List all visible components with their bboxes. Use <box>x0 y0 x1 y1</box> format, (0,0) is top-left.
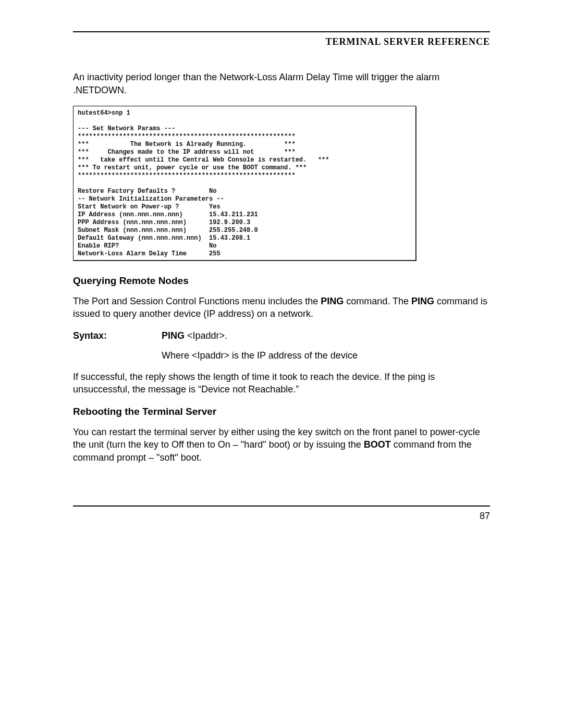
syntax-note: Where <Ipaddr> is the IP address of the … <box>162 349 490 362</box>
footer-rule <box>73 505 490 507</box>
syntax-row: Syntax: PING <Ipaddr>. <box>73 329 490 342</box>
page-number: 87 <box>73 510 490 522</box>
text: command. The <box>344 296 411 306</box>
querying-paragraph: The Port and Session Control Functions m… <box>73 295 490 320</box>
section-querying-title: Querying Remote Nodes <box>73 274 490 288</box>
terminal-screenshot: hutest64>snp 1 --- Set Network Params --… <box>73 106 416 261</box>
syntax-command: PING <box>162 330 185 341</box>
header-rule <box>73 31 490 32</box>
ping-keyword: PING <box>321 296 344 306</box>
intro-paragraph: An inactivity period longer than the Net… <box>73 71 490 96</box>
terminal-text: hutest64>snp 1 --- Set Network Params --… <box>78 109 411 258</box>
reboot-paragraph: You can restart the terminal server by e… <box>73 426 490 464</box>
syntax-label: Syntax: <box>73 329 162 342</box>
syntax-arg: <Ipaddr>. <box>185 330 227 341</box>
boot-keyword: BOOT <box>364 439 391 450</box>
page: TERMINAL SERVER REFERENCE An inactivity … <box>0 0 563 728</box>
section-reboot-title: Rebooting the Terminal Server <box>73 405 490 418</box>
querying-result-paragraph: If successful, the reply shows the lengt… <box>73 371 490 396</box>
ping-keyword: PING <box>411 296 434 306</box>
header-title: TERMINAL SERVER REFERENCE <box>73 35 490 48</box>
syntax-body: PING <Ipaddr>. <box>162 329 227 342</box>
text: The Port and Session Control Functions m… <box>73 296 321 306</box>
footer: 87 <box>73 505 490 522</box>
